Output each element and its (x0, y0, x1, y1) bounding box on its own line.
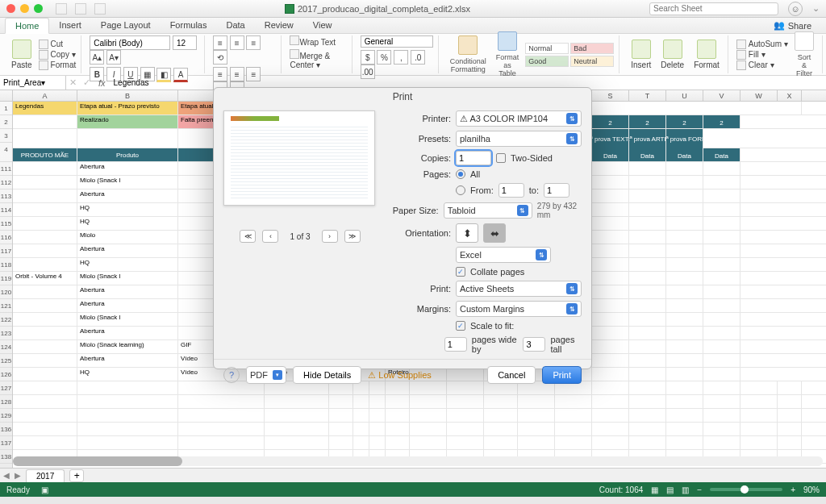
row-header[interactable]: 136 (0, 423, 12, 436)
cell[interactable] (778, 436, 802, 449)
cell[interactable] (484, 409, 518, 422)
cell[interactable] (703, 272, 740, 285)
cell[interactable] (447, 409, 484, 422)
row-header[interactable]: 123 (0, 327, 12, 340)
cell[interactable] (13, 409, 77, 422)
cell[interactable] (740, 381, 778, 394)
cell[interactable] (666, 258, 703, 271)
row-header[interactable]: 121 (0, 299, 12, 313)
cell[interactable] (592, 176, 629, 189)
row-header[interactable]: 124 (0, 340, 12, 354)
view-page-icon[interactable]: ▤ (666, 485, 674, 494)
font-name-input[interactable] (90, 35, 170, 50)
preview-next-button[interactable]: › (322, 230, 338, 243)
cell[interactable] (13, 395, 77, 408)
cell[interactable]: Abertura (77, 190, 178, 202)
cell[interactable] (518, 436, 555, 449)
cell[interactable] (703, 368, 740, 381)
view-break-icon[interactable]: ▥ (682, 485, 689, 494)
cell[interactable] (629, 190, 666, 202)
style-normal[interactable]: Normal (525, 43, 569, 54)
cell[interactable] (778, 381, 802, 394)
cell[interactable] (484, 395, 518, 408)
cell[interactable] (13, 129, 77, 148)
cell[interactable] (13, 423, 77, 435)
row-header[interactable]: 112 (0, 176, 12, 190)
cell[interactable] (629, 381, 666, 394)
cell[interactable] (740, 423, 778, 435)
cell[interactable] (666, 368, 703, 381)
cell[interactable] (484, 423, 518, 435)
cell[interactable]: Orbit - Volume 4 (13, 272, 77, 285)
close-icon[interactable] (6, 4, 15, 13)
cell[interactable] (13, 115, 77, 128)
cell[interactable] (178, 436, 265, 449)
column-header[interactable]: S (592, 90, 629, 101)
cell[interactable] (703, 231, 740, 244)
cell[interactable] (666, 381, 703, 394)
cell[interactable] (592, 368, 629, 381)
cell[interactable] (592, 203, 629, 216)
cell[interactable]: Abertura (77, 244, 178, 257)
cancel-button[interactable]: Cancel (487, 366, 536, 384)
cell[interactable] (629, 162, 666, 175)
cell[interactable] (13, 176, 77, 189)
format-painter-button[interactable]: Format (39, 60, 77, 70)
cell[interactable] (13, 244, 77, 257)
cell[interactable] (592, 244, 629, 257)
zoom-out-button[interactable]: − (697, 485, 702, 494)
cell[interactable] (484, 436, 518, 449)
cell[interactable] (386, 395, 410, 408)
cell[interactable] (265, 409, 329, 422)
cell[interactable] (666, 272, 703, 285)
cell[interactable] (592, 272, 629, 285)
cell[interactable] (555, 409, 592, 422)
cell[interactable] (629, 244, 666, 257)
cell[interactable] (329, 423, 353, 435)
tab-home[interactable]: Home (5, 18, 49, 34)
wrap-text-button[interactable]: Wrap Text (290, 35, 336, 47)
cell[interactable]: HQ (77, 217, 178, 230)
zoom-in-button[interactable]: + (791, 485, 795, 494)
cell[interactable] (666, 231, 703, 244)
percent-button[interactable]: % (377, 50, 391, 65)
row-header[interactable]: 113 (0, 190, 12, 203)
cell[interactable]: PRODUTO MÃE (13, 148, 77, 161)
cell[interactable] (13, 436, 77, 449)
window-traffic-lights[interactable] (6, 4, 43, 13)
delete-cells-button[interactable]: Delete (657, 38, 687, 71)
cell[interactable] (629, 368, 666, 381)
print-what-select[interactable]: Active Sheets⇅ (456, 281, 582, 297)
scale-to-fit-checkbox[interactable] (456, 321, 465, 331)
cell[interactable]: Miolo (Snack l (77, 272, 178, 285)
cell[interactable] (369, 395, 386, 408)
row-header[interactable]: 116 (0, 231, 12, 244)
cell-styles[interactable]: Normal Bad Good Neutral (525, 43, 614, 67)
cell[interactable]: Abertura (77, 299, 178, 312)
clear-button[interactable]: Clear ▾ (736, 60, 788, 70)
cell[interactable] (703, 409, 740, 422)
macro-icon[interactable]: ▣ (41, 485, 48, 494)
row-header[interactable]: 118 (0, 258, 12, 272)
cell[interactable] (703, 162, 740, 175)
cell[interactable]: 2 (592, 115, 629, 128)
cell[interactable] (178, 395, 265, 408)
cell[interactable] (666, 423, 703, 435)
view-normal-icon[interactable]: ▦ (651, 485, 658, 494)
cell[interactable] (592, 313, 629, 326)
cell[interactable] (518, 423, 555, 435)
pages-all-radio[interactable] (456, 169, 465, 179)
cell[interactable] (629, 340, 666, 353)
row-header[interactable]: 125 (0, 354, 12, 368)
cell[interactable] (386, 409, 410, 422)
cell[interactable]: Data (592, 148, 629, 161)
save-icon[interactable] (56, 3, 67, 15)
cell[interactable] (666, 203, 703, 216)
row-header[interactable]: 111 (0, 162, 12, 176)
cell[interactable] (629, 354, 666, 367)
cell[interactable] (666, 190, 703, 202)
cell[interactable] (703, 176, 740, 189)
cell[interactable] (703, 381, 740, 394)
cut-button[interactable]: Cut (39, 40, 77, 49)
cell[interactable] (666, 409, 703, 422)
